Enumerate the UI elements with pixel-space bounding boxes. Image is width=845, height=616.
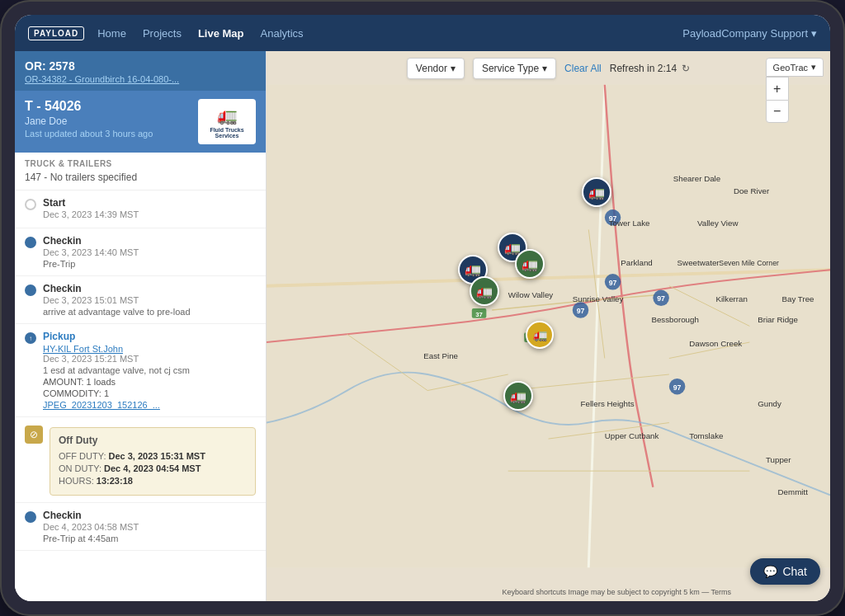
timeline-item-checkin-final: Checkin Dec 4, 2023 04:58 MST Pre-Trip a… <box>15 503 266 551</box>
truck-id: T - 54026 <box>25 99 190 114</box>
svg-text:Briar Ridge: Briar Ridge <box>758 315 798 324</box>
service-type-chevron-icon: ▾ <box>542 63 547 74</box>
geotrac-dropdown[interactable]: GeoTrac ▾ <box>766 58 824 77</box>
truck-info: T - 54026 Jane Doe Last updated about 3 … <box>25 99 190 139</box>
timeline-item-checkin1: Checkin Dec 3, 2023 14:40 MST Pre-Trip <box>15 228 266 276</box>
event-date-checkin-final: Dec 4, 2023 04:58 MST <box>43 522 256 532</box>
truck-marker-5[interactable]: 🚛 <box>515 249 545 279</box>
order-number: OR: 2578 <box>25 59 256 73</box>
svg-text:Gundy: Gundy <box>758 399 781 408</box>
chat-label: Chat <box>782 565 807 578</box>
dot-checkin-final <box>25 511 36 523</box>
event-date-checkin2: Dec 3, 2023 15:01 MST <box>43 295 256 305</box>
content-checkin-final: Checkin Dec 4, 2023 04:58 MST Pre-Trip a… <box>43 510 256 543</box>
trailers-section: TRUCK & TRAILERS 147 - No trailers speci… <box>15 153 266 190</box>
svg-text:Dawson Creek: Dawson Creek <box>689 339 742 348</box>
truck-marker-6[interactable]: 🚛 <box>526 321 554 349</box>
svg-text:Upper Cutbank: Upper Cutbank <box>605 431 659 440</box>
refresh-timer: Refresh in 2:14 ↻ <box>610 63 690 74</box>
order-header: OR: 2578 OR-34382 - Groundbirch 16-04-08… <box>15 51 266 91</box>
dot-checkin1 <box>25 237 36 248</box>
event-date-pickup: Dec 3, 2023 15:21 MST <box>43 354 256 364</box>
company-name: Fluid Trucks Services <box>201 127 253 139</box>
event-desc-checkin1: Pre-Trip <box>43 259 256 269</box>
service-type-label: Service Type <box>482 63 539 74</box>
zoom-controls: + − <box>766 77 824 123</box>
order-link[interactable]: OR-34382 - Groundbirch 16-04-080-... <box>25 74 256 84</box>
map-area: 97 97 97 97 97 37 37 Shearer Dale <box>267 51 830 601</box>
truck-driver: Jane Doe <box>25 115 190 127</box>
nav-user: PayloadCompany Support ▾ <box>682 27 817 40</box>
dot-pickup: ↑ <box>25 332 36 344</box>
svg-text:Bessborough: Bessborough <box>651 315 698 324</box>
file-link-pickup[interactable]: JPEG_20231203_152126_... <box>43 400 256 410</box>
vendor-label: Vendor <box>416 63 447 74</box>
off-duty-hours-value: 13:23:18 <box>97 476 133 486</box>
event-type-pickup: Pickup <box>43 331 256 342</box>
pickup-location-link[interactable]: HY-KIL Fort St.John <box>43 344 256 354</box>
nav-projects[interactable]: Projects <box>143 27 182 40</box>
event-type-checkin2: Checkin <box>43 283 256 294</box>
svg-text:Kilkerran: Kilkerran <box>715 294 747 303</box>
truck-updated: Last updated about 3 hours ago <box>25 129 190 139</box>
nav-analytics[interactable]: Analytics <box>261 27 304 40</box>
event-type-start: Start <box>43 197 256 209</box>
event-desc-checkin-final: Pre-Trip at 4:45am <box>43 534 256 543</box>
dot-start <box>25 199 36 210</box>
svg-text:Sunrise Valley: Sunrise Valley <box>573 294 624 303</box>
svg-text:Sweetwater: Sweetwater <box>677 258 720 267</box>
service-type-filter-button[interactable]: Service Type ▾ <box>473 58 556 79</box>
zoom-in-button[interactable]: + <box>766 77 789 100</box>
timeline-item-start: Start Dec 3, 2023 14:39 MST <box>15 190 266 228</box>
svg-text:Fellers Heights: Fellers Heights <box>581 399 635 408</box>
nav-home[interactable]: Home <box>97 27 126 40</box>
navbar: PAYLOAD Home Projects Live Map Analytics… <box>15 15 830 51</box>
timeline-item-checkin2: Checkin Dec 3, 2023 15:01 MST arrive at … <box>15 276 266 324</box>
truck-marker-7[interactable]: 🚛 <box>503 381 533 411</box>
clear-all-button[interactable]: Clear All <box>564 63 602 74</box>
content-off-duty: Off Duty OFF DUTY: Dec 3, 2023 15:31 MST… <box>50 424 256 496</box>
screen: PAYLOAD Home Projects Live Map Analytics… <box>15 15 830 601</box>
svg-text:Tower Lake: Tower Lake <box>609 219 650 228</box>
nav-links: Home Projects Live Map Analytics <box>97 27 682 40</box>
content-pickup: Pickup HY-KIL Fort St.John Dec 3, 2023 1… <box>43 331 256 410</box>
vendor-filter-button[interactable]: Vendor ▾ <box>407 58 465 79</box>
off-duty-icon: ⊘ <box>25 426 43 444</box>
timeline: Start Dec 3, 2023 14:39 MST Checkin Dec … <box>15 190 266 551</box>
svg-text:Seven Mile Corner: Seven Mile Corner <box>719 259 779 267</box>
svg-text:Demmitt: Demmitt <box>778 487 809 496</box>
company-logo: 🚛 Fluid Trucks Services <box>198 99 256 144</box>
event-date-checkin1: Dec 3, 2023 14:40 MST <box>43 247 256 257</box>
off-duty-on-value: Dec 4, 2023 04:54 MST <box>104 463 201 473</box>
refresh-label: Refresh in 2:14 <box>610 63 677 74</box>
event-type-checkin-final: Checkin <box>43 510 256 521</box>
off-duty-off-time: OFF DUTY: Dec 3, 2023 15:31 MST <box>59 451 247 461</box>
svg-text:Parkland: Parkland <box>621 258 652 267</box>
event-desc-checkin2: arrive at advantage valve to pre-load <box>43 307 256 317</box>
svg-text:Valley View: Valley View <box>697 219 739 228</box>
trailers-label: TRUCK & TRAILERS <box>25 159 256 168</box>
left-panel: OR: 2578 OR-34382 - Groundbirch 16-04-08… <box>15 51 267 601</box>
svg-text:37: 37 <box>475 311 483 318</box>
nav-live-map[interactable]: Live Map <box>198 27 244 40</box>
svg-text:Tomslake: Tomslake <box>689 431 723 440</box>
event-desc-pickup: 1 esd at advantage valve, not cj csm <box>43 365 256 375</box>
timeline-item-pickup: ↑ Pickup HY-KIL Fort St.John Dec 3, 2023… <box>15 324 266 417</box>
off-duty-hours-label: HOURS: <box>59 476 94 486</box>
off-duty-off-value: Dec 3, 2023 15:31 MST <box>109 451 205 461</box>
svg-text:Wilow Valley: Wilow Valley <box>508 290 554 299</box>
dot-checkin2 <box>25 284 36 296</box>
off-duty-hours: HOURS: 13:23:18 <box>59 476 247 486</box>
tablet-frame: PAYLOAD Home Projects Live Map Analytics… <box>0 0 845 616</box>
event-date-start: Dec 3, 2023 14:39 MST <box>43 209 256 219</box>
app-logo: PAYLOAD <box>28 26 84 40</box>
content-checkin2: Checkin Dec 3, 2023 15:01 MST arrive at … <box>43 283 256 317</box>
content-start: Start Dec 3, 2023 14:39 MST <box>43 197 256 221</box>
off-duty-title: Off Duty <box>59 435 247 446</box>
chat-button[interactable]: 💬 Chat <box>750 558 820 585</box>
trailers-value: 147 - No trailers specified <box>25 172 256 183</box>
svg-text:Shearer Dale: Shearer Dale <box>673 174 720 183</box>
zoom-out-button[interactable]: − <box>766 100 789 123</box>
refresh-icon[interactable]: ↻ <box>682 63 690 74</box>
vendor-chevron-icon: ▾ <box>451 63 456 74</box>
